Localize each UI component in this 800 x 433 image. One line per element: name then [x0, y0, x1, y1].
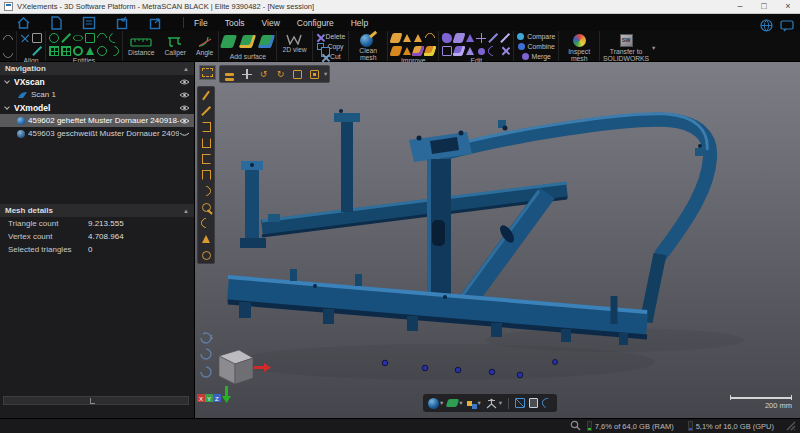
- align-pen-icon[interactable]: [32, 46, 42, 56]
- entity-cone-icon[interactable]: [86, 47, 94, 55]
- entity-curve-icon[interactable]: [107, 44, 121, 58]
- entity-sphere-icon[interactable]: [97, 46, 107, 56]
- brush-select-icon[interactable]: [199, 89, 213, 101]
- collapse-icon[interactable]: ▲: [183, 66, 189, 72]
- transfer-solidworks-button[interactable]: SW Transfer to SOLIDWORKS ▾: [603, 34, 655, 62]
- chevron-down-icon[interactable]: ▾: [324, 70, 327, 78]
- edit-split-icon[interactable]: [500, 33, 510, 43]
- visibility-eye-icon[interactable]: [179, 117, 190, 125]
- edit-add-icon[interactable]: [476, 33, 486, 43]
- entity-torus-icon[interactable]: [73, 46, 83, 56]
- align-bestfit-icon[interactable]: [18, 31, 32, 45]
- mesh-details-header[interactable]: Mesh details ▲: [0, 204, 194, 217]
- triangle-select-icon[interactable]: [199, 233, 213, 245]
- zoom-fit-icon[interactable]: [307, 67, 322, 81]
- tree-group-vxmodel[interactable]: VXmodel: [0, 101, 194, 114]
- visibility-eye-icon[interactable]: [179, 91, 190, 99]
- tree-item-mesh-459603[interactable]: 459603 geschweißt Muster Dornauer 240916…: [0, 127, 194, 140]
- magnifier-icon[interactable]: [570, 417, 581, 433]
- compare-button[interactable]: Compare: [517, 32, 555, 41]
- tree-item-mesh-459602[interactable]: 459602 geheftet Muster Dornauer 240918-1: [0, 114, 194, 127]
- close-button[interactable]: ×: [776, 0, 800, 14]
- online-services-icon[interactable]: [760, 18, 773, 36]
- edit-fill-icon[interactable]: [478, 48, 485, 55]
- add-surface-2-icon[interactable]: [239, 35, 256, 48]
- improve-spikes-icon[interactable]: [403, 34, 411, 42]
- undo-button[interactable]: [1, 32, 15, 46]
- angle-button[interactable]: Angle: [194, 36, 215, 56]
- improve-boundary-icon[interactable]: [414, 34, 422, 42]
- zoom-window-icon[interactable]: [290, 67, 305, 81]
- pan-icon[interactable]: [239, 67, 254, 81]
- visibility-eye-icon[interactable]: [179, 78, 190, 86]
- collapse-icon[interactable]: ▲: [183, 208, 189, 214]
- edit-flip-icon[interactable]: [466, 47, 474, 55]
- u-shape-left-icon[interactable]: [199, 121, 213, 133]
- export-icon[interactable]: [145, 15, 165, 30]
- visibility-eye-icon[interactable]: [179, 104, 190, 112]
- layers-icon[interactable]: [222, 67, 237, 81]
- minimize-button[interactable]: –: [728, 0, 752, 14]
- model-canvas[interactable]: [195, 62, 800, 418]
- edit-extend-icon[interactable]: [453, 46, 466, 56]
- home-icon[interactable]: [13, 15, 33, 30]
- entity-grid2-icon[interactable]: [61, 46, 71, 56]
- resize-grip[interactable]: [786, 417, 796, 433]
- edit-boundary-icon[interactable]: [486, 44, 500, 58]
- entity-circle-icon[interactable]: [49, 33, 59, 43]
- cut-button[interactable]: Cut: [320, 52, 341, 61]
- knife-select-icon[interactable]: [199, 185, 213, 197]
- menu-help[interactable]: Help: [351, 18, 368, 28]
- entity-slot-icon[interactable]: [107, 31, 121, 45]
- copy-button[interactable]: Copy: [317, 42, 343, 51]
- entities-display-button[interactable]: ▾: [467, 399, 481, 407]
- inspect-mesh-button[interactable]: Inspect mesh: [562, 34, 596, 62]
- targets-display-button[interactable]: ▾: [485, 398, 502, 409]
- menu-file[interactable]: File: [194, 18, 208, 28]
- entity-rectangle-icon[interactable]: [85, 33, 95, 43]
- combine-button[interactable]: Combine: [518, 42, 555, 51]
- spline-select-icon[interactable]: [199, 217, 213, 229]
- edit-surface-icon[interactable]: [453, 33, 466, 43]
- improve-smooth-icon[interactable]: [423, 31, 437, 45]
- menu-view[interactable]: View: [262, 18, 280, 28]
- 3d-viewport[interactable]: ↺ ↻ ▾ 1: [195, 62, 800, 418]
- entity-line-icon[interactable]: [61, 33, 71, 43]
- rotate-left-icon[interactable]: ↺: [256, 67, 271, 81]
- edit-bridge-icon[interactable]: [488, 33, 498, 43]
- menu-configure[interactable]: Configure: [297, 18, 334, 28]
- surface-display-button[interactable]: ▾: [447, 399, 462, 407]
- u-shape-bottom-icon[interactable]: [199, 169, 213, 181]
- redo-button[interactable]: [1, 45, 15, 59]
- tree-group-vxscan[interactable]: VXscan: [0, 75, 194, 88]
- entity-arc-icon[interactable]: [95, 31, 109, 45]
- navigation-gizmo[interactable]: 1 X Y Z: [197, 326, 271, 404]
- curve-display-button[interactable]: [542, 398, 552, 408]
- open-session-icon[interactable]: [79, 15, 99, 30]
- menu-tools[interactable]: Tools: [225, 18, 245, 28]
- feedback-icon[interactable]: [780, 18, 794, 36]
- u-shape-top-icon[interactable]: [199, 137, 213, 149]
- import-icon[interactable]: [112, 15, 132, 30]
- add-surface-1-icon[interactable]: [220, 35, 237, 48]
- circle-select-icon[interactable]: [199, 249, 213, 261]
- clean-mesh-button[interactable]: Clean mesh: [352, 34, 384, 61]
- entity-grid-icon[interactable]: [49, 46, 59, 56]
- edit-defeature-icon[interactable]: [442, 33, 452, 43]
- tree-item-scan1[interactable]: Scan 1: [0, 88, 194, 101]
- rotate-right-icon[interactable]: ↻: [273, 67, 288, 81]
- visibility-eye-closed-icon[interactable]: [179, 130, 190, 138]
- lasso-select-icon[interactable]: [199, 201, 213, 213]
- align-plane-icon[interactable]: [32, 33, 42, 43]
- line-select-icon[interactable]: [199, 105, 213, 117]
- chevron-expand-icon[interactable]: [4, 104, 10, 110]
- improve-holes-icon[interactable]: [403, 47, 411, 55]
- 2d-view-button[interactable]: 2D view: [280, 34, 308, 53]
- navigation-header[interactable]: Navigation ▲: [0, 62, 194, 75]
- edit-remove-icon[interactable]: [500, 46, 510, 56]
- chevron-expand-icon[interactable]: [4, 78, 10, 84]
- edit-triangle-icon[interactable]: [466, 34, 474, 42]
- edit-crop-icon[interactable]: [442, 46, 452, 56]
- improve-decimate-icon[interactable]: [424, 46, 437, 56]
- delete-button[interactable]: Delete: [316, 32, 346, 41]
